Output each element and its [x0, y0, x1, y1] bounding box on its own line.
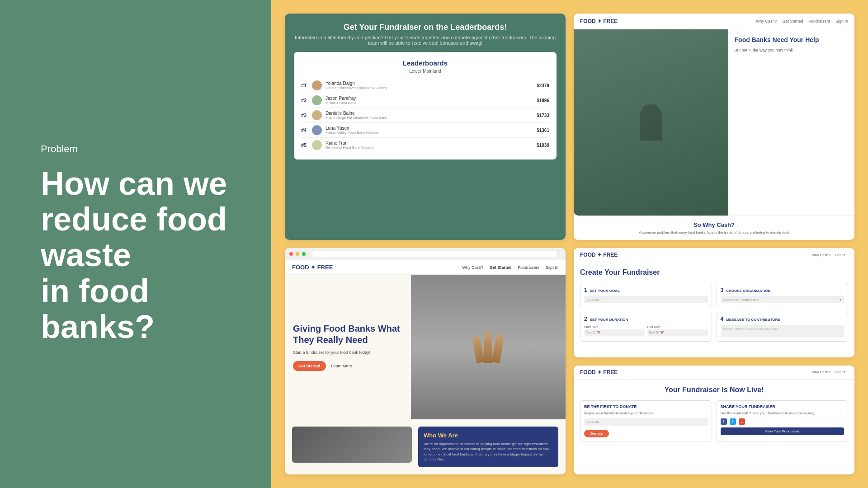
card4-heading: Create Your Fundraiser — [580, 268, 848, 277]
card-food-banks-help: FOOD ✦ FREE Why Cash? Get Started Fundra… — [574, 14, 854, 240]
card3-nav: FOOD ✦ FREE Why Cash? Get Started Fundra… — [285, 260, 566, 275]
table-row: #2 Jason ParafrayMission Food Bank $1896 — [301, 93, 549, 108]
card4-start-date[interactable]: Nov 11 📅 — [584, 329, 645, 336]
card5-body: Your Fundraiser Is Now Live! BE THE FIRS… — [574, 380, 854, 475]
card2-hero-heading: Food Banks Need Your Help — [735, 36, 848, 44]
card1-title: Get Your Fundraiser on the Leaderboards! — [344, 23, 507, 32]
card3-learn-more-button[interactable]: Learn More — [331, 364, 352, 368]
table-row: #3 Danielle BaineMaple Ridge Pitt Meadow… — [301, 108, 549, 123]
card4-step1: 1 SET YOUR GOAL $ 10.00 — [580, 283, 712, 307]
card4-steps: 1 SET YOUR GOAL $ 10.00 3 CHOOSE ORGANIZ… — [580, 283, 848, 342]
card5-view-button[interactable]: View Your Fundraiser — [721, 427, 844, 435]
card4-nav-links: Why Cash? Get St... — [811, 253, 848, 257]
card-create-fundraiser: FOOD ✦ FREE Why Cash? Get St... Create Y… — [574, 248, 854, 357]
card3-who-text: Who We Are We're an organization dedicat… — [418, 427, 558, 467]
leaderboard-table: Leaderboards Lower Mainland #1 Yolanda D… — [294, 52, 557, 160]
avatar — [312, 110, 322, 120]
card5-share-icons: f t g — [721, 418, 844, 425]
card2-nav-links: Why Cash? Get Started Fundraisers Sign I… — [756, 19, 848, 23]
card2-so-why-title: So Why Cash? — [580, 221, 848, 228]
card5-nav-links: Why Cash? Get St... — [811, 370, 848, 374]
card-leaderboards: Get Your Fundraiser on the Leaderboards!… — [285, 14, 566, 240]
card5-logo: FOOD ✦ FREE — [580, 369, 618, 375]
card3-logo: FOOD ✦ FREE — [292, 264, 333, 271]
card1-subtitle: Interested in a little friendly competit… — [294, 35, 557, 46]
avatar — [312, 95, 322, 105]
gplus-icon[interactable]: g — [739, 418, 745, 425]
card4-step3: 3 CHOOSE ORGANIZATION Search for Food Ba… — [717, 283, 849, 307]
card5-share-title: SHARE YOUR FUNDRAISER — [721, 404, 844, 409]
avatar — [312, 140, 322, 150]
browser-close-dot — [289, 252, 293, 256]
card5-share-text: Get the word out! Share your fundraiser … — [721, 411, 844, 416]
card4-message-input[interactable]: Let your friends know about your cause — [721, 325, 844, 338]
table-row: #1 Yolanda DaignGreater Vancouver Food B… — [301, 78, 549, 93]
card5-panels: BE THE FIRST TO DONATE Inspire your frie… — [580, 400, 848, 441]
card2-so-why-text: A common problem that many food banks fa… — [580, 230, 848, 235]
right-stack: FOOD ✦ FREE Why Cash? Get St... Create Y… — [574, 248, 854, 474]
card4-goal-input[interactable]: $ 10.00 — [584, 296, 708, 303]
browser-min-dot — [296, 252, 299, 256]
card3-who-body: We're an organization dedicated to helpi… — [424, 441, 553, 462]
card3-hero-left: Giving Food Banks What They Really Need … — [285, 275, 411, 419]
leaderboard-sub: Lower Mainland — [301, 69, 549, 74]
card-main-website: FOOD ✦ FREE Why Cash? Get Started Fundra… — [285, 248, 566, 474]
card5-share-panel: SHARE YOUR FUNDRAISER Get the word out! … — [717, 400, 849, 441]
card3-nav-links: Why Cash? Get Started Fundraisers Sign I… — [462, 265, 558, 270]
card4-end-date[interactable]: Nov 30 📅 — [647, 329, 708, 336]
card4-body: Create Your Fundraiser 1 SET YOUR GOAL $… — [574, 262, 854, 357]
card5-donate-panel: BE THE FIRST TO DONATE Inspire your frie… — [580, 400, 712, 441]
card4-step2: 2 SET YOUR DURATION Start Date Nov 11 📅 … — [580, 312, 712, 342]
card3-hero-buttons: Get Started Learn More — [293, 361, 403, 371]
card3-hero-heading: Giving Food Banks What They Really Need — [293, 323, 403, 346]
card3-who-heading: Who We Are — [424, 432, 553, 439]
card5-donate-input[interactable]: $ 10.00 — [584, 418, 708, 426]
card4-nav: FOOD ✦ FREE Why Cash? Get St... — [574, 248, 854, 262]
card2-hero-image — [574, 29, 728, 216]
card-fundraiser-ready: FOOD ✦ FREE Why Cash? Get St... Your Fun… — [574, 366, 854, 475]
facebook-icon[interactable]: f — [721, 418, 727, 425]
card3-hero-subtext: Start a fundraiser for your food bank to… — [293, 350, 403, 355]
card3-who-we-are: Who We Are We're an organization dedicat… — [285, 419, 566, 474]
card2-nav: FOOD ✦ FREE Why Cash? Get Started Fundra… — [574, 14, 854, 29]
card3-hero: Giving Food Banks What They Really Need … — [285, 275, 566, 419]
card2-hero-content: Food Banks Need Your Help But not in the… — [728, 29, 854, 216]
table-row: #5 Raine TranRichmond Food Bank Society … — [301, 138, 549, 152]
avatar — [312, 125, 322, 135]
main-heading: How can we reduce food waste in food ban… — [41, 166, 231, 345]
card4-step4: 4 MESSAGE TO CONTRIBUTORS Let your frien… — [717, 312, 849, 342]
left-panel: Problem How can we reduce food waste in … — [0, 0, 271, 488]
card5-donate-text: Inspire your friends to match your donat… — [584, 411, 708, 416]
card4-org-select[interactable]: Search for Food Bank... ▾ — [721, 296, 844, 303]
browser-bar — [285, 248, 566, 260]
leaderboard-title: Leaderboards — [301, 59, 549, 67]
card5-donate-button[interactable]: Donate — [584, 430, 609, 437]
browser-address-bar[interactable] — [312, 251, 557, 257]
card5-heading: Your Fundraiser Is Now Live! — [580, 386, 848, 394]
card2-hero: Food Banks Need Your Help But not in the… — [574, 29, 854, 216]
card2-hero-subtext: But not in the way you may think — [735, 47, 848, 53]
card4-logo: FOOD ✦ FREE — [580, 252, 618, 258]
avatar — [312, 80, 322, 90]
card2-logo: FOOD ✦ FREE — [580, 18, 618, 24]
card3-who-image — [292, 427, 412, 463]
card3-hero-image — [411, 275, 566, 419]
browser-max-dot — [302, 252, 306, 256]
card5-nav: FOOD ✦ FREE Why Cash? Get St... — [574, 366, 854, 380]
card5-donate-title: BE THE FIRST TO DONATE — [584, 404, 708, 409]
card2-so-why: So Why Cash? A common problem that many … — [574, 216, 854, 240]
table-row: #4 Luna YusenFraser Valley Food Bank Har… — [301, 123, 549, 138]
twitter-icon[interactable]: t — [730, 418, 736, 425]
card3-get-started-button[interactable]: Get Started — [293, 361, 326, 371]
problem-label: Problem — [41, 143, 231, 155]
right-panel: Get Your Fundraiser on the Leaderboards!… — [271, 0, 868, 488]
